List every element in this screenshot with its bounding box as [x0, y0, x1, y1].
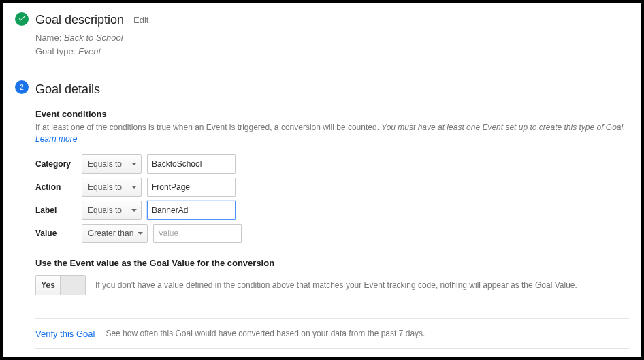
toggle-yes-label: Yes [36, 276, 61, 295]
checkmark-icon [18, 14, 26, 24]
verify-goal-link[interactable]: Verify this Goal [35, 329, 95, 339]
event-conditions-help: If at least one of the conditions is tru… [35, 122, 629, 145]
goal-name-label: Name: [35, 33, 61, 43]
goal-type-label: Goal type: [35, 46, 76, 56]
dropdown-label: Equals to [88, 182, 122, 192]
condition-row: ActionEquals to [35, 178, 629, 197]
condition-row: ValueGreater than [35, 224, 629, 243]
condition-operator-dropdown[interactable]: Equals to [82, 201, 142, 220]
toggle-off-side [61, 276, 85, 295]
help-text-plain: If at least one of the conditions is tru… [35, 122, 379, 132]
step2-title: Goal details [35, 82, 100, 96]
learn-more-link[interactable]: Learn more [35, 134, 77, 144]
use-event-value-toggle[interactable]: Yes [35, 275, 86, 295]
condition-label: Value [35, 229, 76, 238]
chevron-down-icon [131, 209, 137, 212]
step1-badge-complete [15, 12, 29, 26]
goal-name-value: Back to School [64, 33, 123, 43]
step2-badge: 2 [15, 80, 29, 94]
goal-setup-panel: Goal description Edit Name: Back to Scho… [3, 3, 641, 357]
dropdown-label: Equals to [88, 206, 122, 215]
condition-label: Category [35, 159, 76, 169]
condition-row: CategoryEquals to [35, 154, 629, 174]
verify-goal-help: See how often this Goal would have conve… [106, 329, 425, 338]
step1-title: Goal description [35, 13, 124, 27]
condition-row: LabelEquals to [35, 201, 629, 220]
edit-link[interactable]: Edit [133, 15, 148, 25]
condition-label: Label [35, 206, 76, 215]
use-event-value-title: Use the Event value as the Goal Value fo… [35, 258, 629, 268]
step-connector [22, 27, 22, 80]
dropdown-label: Equals to [88, 159, 122, 169]
condition-value-input[interactable] [147, 178, 236, 197]
condition-operator-dropdown[interactable]: Equals to [82, 154, 142, 174]
goal-type-value: Event [78, 46, 101, 56]
condition-operator-dropdown[interactable]: Equals to [82, 178, 142, 197]
condition-operator-dropdown[interactable]: Greater than [82, 224, 148, 243]
chevron-down-icon [131, 186, 137, 189]
condition-value-input[interactable] [147, 201, 236, 220]
condition-value-input[interactable] [153, 224, 242, 243]
help-text-italic: You must have at least one Event set up … [381, 122, 625, 132]
chevron-down-icon [131, 163, 137, 165]
condition-value-input[interactable] [147, 154, 236, 174]
dropdown-label: Greater than [88, 229, 133, 238]
condition-label: Action [35, 182, 76, 192]
chevron-down-icon [138, 232, 143, 235]
use-event-value-help: If you don't have a value defined in the… [95, 280, 577, 290]
event-conditions-title: Event conditions [35, 109, 629, 119]
